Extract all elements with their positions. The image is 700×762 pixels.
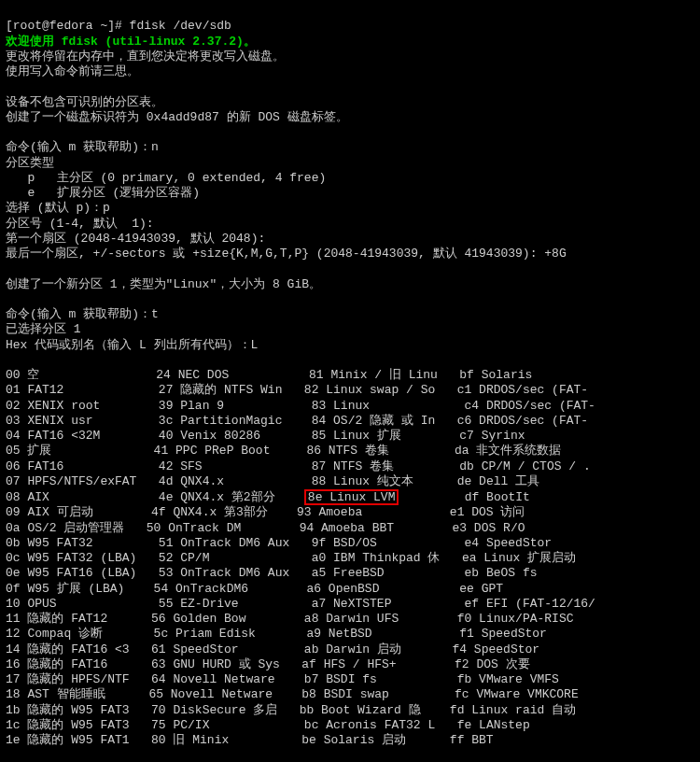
- highlighted-partition-code: 8e Linux LVM: [304, 489, 399, 505]
- code-table-row: 0e W95 FAT16 (LBA) 53 OnTrack DM6 Aux a5…: [6, 566, 538, 580]
- partition-type-e: e 扩展分区 (逻辑分区容器): [6, 186, 200, 200]
- code-table-row: 17 隐藏的 HPFS/NTF 64 Novell Netware b7 BSD…: [6, 672, 559, 686]
- code-table-row: 1c 隐藏的 W95 FAT3 75 PC/IX bc Acronis FAT3…: [6, 718, 530, 732]
- device-line-2: 创建了一个磁盘标识符为 0x4add9d87 的新 DOS 磁盘标签。: [6, 110, 348, 124]
- welcome-line: 欢迎使用 fdisk (util-linux 2.37.2)。: [6, 35, 256, 49]
- code-table-row: 08 AIX 4e QNX4.x 第2部分 8e Linux LVM df Bo…: [6, 490, 530, 504]
- first-sector-line: 第一个扇区 (2048-41943039, 默认 2048):: [6, 232, 265, 246]
- code-table-row: 11 隐藏的 FAT12 56 Golden Bow a8 Darwin UFS…: [6, 612, 574, 626]
- code-table-row: 10 OPUS 55 EZ-Drive a7 NeXTSTEP ef EFI (…: [6, 597, 595, 611]
- partition-code-table: 00 空 24 NEC DOS 81 Minix / 旧 Linu bf Sol…: [6, 368, 694, 748]
- code-table-row: 1b 隐藏的 W95 FAT3 70 DiskSecure 多启 bb Boot…: [6, 703, 576, 717]
- code-table-row: 07 HPFS/NTFS/exFAT 4d QNX4.x 88 Linux 纯文…: [6, 474, 539, 488]
- partition-type-header: 分区类型: [6, 156, 54, 170]
- command-line-t: 命令(输入 m 获取帮助)：t: [6, 307, 159, 321]
- code-table-row: 14 隐藏的 FAT16 <3 61 SpeedStor ab Darwin 启…: [6, 642, 539, 656]
- code-table-row: 02 XENIX root 39 Plan 9 83 Linux c4 DRDO…: [6, 399, 595, 413]
- code-table-row: 00 空 24 NEC DOS 81 Minix / 旧 Linu bf Sol…: [6, 368, 532, 382]
- partition-number-line: 分区号 (1-4, 默认 1):: [6, 217, 154, 231]
- last-sector-line: 最后一个扇区, +/-sectors 或 +size{K,M,G,T,P} (2…: [6, 247, 567, 261]
- code-table-row: 12 Compaq 诊断 5c Priam Edisk a9 NetBSD f1…: [6, 627, 547, 641]
- selected-partition-line: 已选择分区 1: [6, 322, 81, 336]
- device-line-1: 设备不包含可识别的分区表。: [6, 95, 163, 109]
- code-table-row: 09 AIX 可启动 4f QNX4.x 第3部分 93 Amoeba e1 D…: [6, 505, 525, 519]
- choose-line: 选择 (默认 p)：p: [6, 201, 110, 215]
- code-table-row: 0a OS/2 启动管理器 50 OnTrack DM 94 Amoeba BB…: [6, 521, 525, 535]
- code-table-row: 0b W95 FAT32 51 OnTrack DM6 Aux 9f BSD/O…: [6, 536, 552, 550]
- created-partition-line: 创建了一个新分区 1，类型为"Linux"，大小为 8 GiB。: [6, 277, 321, 291]
- terminal-output: [root@fedora ~]# fdisk /dev/sdb 欢迎使用 fdi…: [0, 0, 700, 762]
- code-table-row: 0c W95 FAT32 (LBA) 52 CP/M a0 IBM Thinkp…: [6, 551, 576, 565]
- code-table-row: 05 扩展 41 PPC PReP Boot 86 NTFS 卷集 da 非文件…: [6, 444, 561, 458]
- shell-prompt: [root@fedora ~]# fdisk /dev/sdb: [6, 19, 231, 33]
- command-line-n: 命令(输入 m 获取帮助)：n: [6, 140, 159, 154]
- code-table-row: 16 隐藏的 FAT16 63 GNU HURD 或 Sys af HFS / …: [6, 657, 530, 671]
- hex-code-line: Hex 代码或别名（输入 L 列出所有代码）：L: [6, 338, 258, 352]
- partition-type-p: p 主分区 (0 primary, 0 extended, 4 free): [6, 171, 326, 185]
- code-table-row: 04 FAT16 <32M 40 Venix 80286 85 Linux 扩展…: [6, 429, 525, 443]
- code-table-row: 03 XENIX usr 3c PartitionMagic 84 OS/2 隐…: [6, 414, 588, 428]
- code-table-row: 0f W95 扩展 (LBA) 54 OnTrackDM6 a6 OpenBSD…: [6, 582, 503, 596]
- code-table-row: 1e 隐藏的 W95 FAT1 80 旧 Minix be Solaris 启动…: [6, 733, 494, 747]
- intro-line-2: 使用写入命令前请三思。: [6, 64, 139, 78]
- intro-line-1: 更改将停留在内存中，直到您决定将更改写入磁盘。: [6, 49, 285, 64]
- code-table-row: 01 FAT12 27 隐藏的 NTFS Win 82 Linux swap /…: [6, 383, 588, 397]
- code-table-row: 18 AST 智能睡眠 65 Novell Netware b8 BSDI sw…: [6, 687, 579, 701]
- code-table-row: 06 FAT16 42 SFS 87 NTFS 卷集 db CP/M / CTO…: [6, 459, 591, 473]
